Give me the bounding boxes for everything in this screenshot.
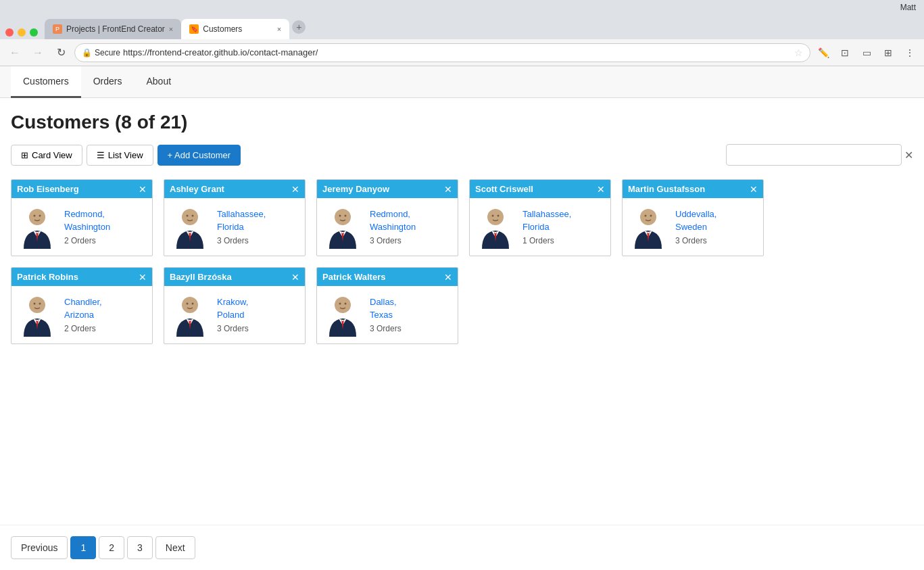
tab-close-projects[interactable]: × <box>169 25 173 33</box>
person-icon <box>17 293 57 337</box>
svg-point-21 <box>335 297 351 313</box>
card-info: Tallahassee,Florida 3 Orders <box>217 208 299 245</box>
menu-button[interactable]: ⋮ <box>901 44 919 62</box>
customer-location: Tallahassee,Florida <box>217 208 299 233</box>
reader-mode-button[interactable]: ⊡ <box>836 44 854 62</box>
customer-location: Chandler,Arizona <box>64 296 147 320</box>
tab-customers[interactable]: 🔖 Customers × <box>181 19 289 39</box>
svg-point-20 <box>192 303 194 305</box>
pagination: Previous 1 2 3 Next <box>0 525 924 570</box>
person-icon <box>322 293 363 337</box>
tab-projects[interactable]: P Projects | FrontEnd Creator × <box>45 19 181 39</box>
svg-point-16 <box>34 303 36 305</box>
svg-point-2 <box>39 215 41 217</box>
search-area: ✕ <box>726 144 913 166</box>
url-text: https://frontend-creator.github.io/conta… <box>123 47 792 57</box>
forward-button[interactable]: → <box>28 43 47 62</box>
search-input[interactable] <box>726 144 902 166</box>
tab-label-customers: Customers <box>203 24 242 34</box>
card-header: Ashley Grant ✕ <box>164 180 305 198</box>
page-1-button[interactable]: 1 <box>70 536 96 559</box>
card-close-button[interactable]: ✕ <box>750 185 758 194</box>
svg-point-9 <box>487 209 504 225</box>
customer-orders: 3 Orders <box>217 236 299 245</box>
add-customer-label: + Add Customer <box>168 150 231 160</box>
tab-favicon-projects: P <box>53 24 62 34</box>
card-info: Redmond,Washington 3 Orders <box>370 208 452 245</box>
next-button[interactable]: Next <box>155 536 195 559</box>
customer-name: Scott Criswell <box>475 184 533 194</box>
customer-name: Patrick Robins <box>17 272 78 282</box>
nav-tab-about[interactable]: About <box>134 66 183 98</box>
person-icon <box>170 293 210 337</box>
nav-tab-customers[interactable]: Customers <box>11 66 81 98</box>
customer-orders: 3 Orders <box>370 236 452 245</box>
main-content: Customers (8 of 21) ⊞ Card View ☰ List V… <box>0 98 924 525</box>
svg-point-11 <box>497 215 500 217</box>
svg-point-1 <box>34 215 36 217</box>
avatar <box>17 293 57 337</box>
cards-grid: Rob Eisenberg ✕ <box>11 179 913 344</box>
add-customer-button[interactable]: + Add Customer <box>157 145 241 166</box>
customer-card: Jeremy Danyow ✕ <box>316 179 458 256</box>
tab-close-customers[interactable]: × <box>277 25 281 33</box>
list-view-label: List View <box>108 150 143 160</box>
tab-bar: P Projects | FrontEnd Creator × 🔖 Custom… <box>0 15 924 39</box>
minimize-window-btn[interactable] <box>18 28 26 37</box>
card-close-button[interactable]: ✕ <box>291 185 299 194</box>
card-info: Chandler,Arizona 2 Orders <box>64 296 147 333</box>
new-tab-button[interactable]: + <box>292 20 306 34</box>
avatar <box>17 205 57 249</box>
list-view-icon: ☰ <box>97 150 105 160</box>
card-close-button[interactable]: ✕ <box>597 185 605 194</box>
maximize-window-btn[interactable] <box>30 28 38 37</box>
customer-orders: 2 Orders <box>64 324 147 333</box>
card-view-button[interactable]: ⊞ Card View <box>11 145 82 166</box>
cast-button[interactable]: ▭ <box>858 44 875 62</box>
card-view-icon: ⊞ <box>21 150 28 160</box>
card-info: Uddevalla,Sweden 3 Orders <box>675 208 758 245</box>
url-bar[interactable]: 🔒 Secure https://frontend-creator.github… <box>74 43 810 62</box>
card-close-button[interactable]: ✕ <box>139 185 147 194</box>
nav-tab-orders[interactable]: Orders <box>81 66 135 98</box>
list-view-button[interactable]: ☰ List View <box>87 145 153 166</box>
card-close-button[interactable]: ✕ <box>444 185 452 194</box>
card-header: Jeremy Danyow ✕ <box>317 180 458 198</box>
avatar <box>170 205 210 249</box>
svg-point-7 <box>339 215 341 217</box>
tab-label-projects: Projects | FrontEnd Creator <box>66 24 165 34</box>
card-info: Tallahassee,Florida 1 Orders <box>522 208 605 245</box>
title-bar: Matt <box>0 0 924 15</box>
bookmark-icon[interactable]: ☆ <box>794 47 803 58</box>
close-window-btn[interactable] <box>5 28 14 37</box>
extensions-button[interactable]: ✏️ <box>814 44 832 62</box>
svg-point-6 <box>335 209 351 225</box>
customer-name: Martin Gustafsson <box>628 184 705 194</box>
customer-card: Bazyll Brzóska ✕ <box>164 267 306 344</box>
card-header: Patrick Walters ✕ <box>317 268 458 286</box>
reload-button[interactable]: ↻ <box>51 43 70 62</box>
page-2-button[interactable]: 2 <box>99 536 124 559</box>
svg-point-19 <box>187 303 189 305</box>
page-3-button[interactable]: 3 <box>127 536 153 559</box>
svg-point-14 <box>650 215 652 217</box>
person-icon <box>17 205 57 249</box>
card-close-button[interactable]: ✕ <box>139 272 147 282</box>
card-close-button[interactable]: ✕ <box>291 272 299 282</box>
search-clear-button[interactable]: ✕ <box>904 149 913 162</box>
card-body: Krakow,Poland 3 Orders <box>164 286 305 343</box>
card-header: Scott Criswell ✕ <box>470 180 610 198</box>
browser-user: Matt <box>900 3 916 12</box>
card-info: Dallas,Texas 3 Orders <box>370 296 452 333</box>
apps-button[interactable]: ⊞ <box>879 44 897 62</box>
person-icon <box>322 205 363 249</box>
card-body: Tallahassee,Florida 1 Orders <box>470 198 610 256</box>
nav-tabs: Customers Orders About <box>0 66 924 98</box>
card-close-button[interactable]: ✕ <box>444 272 452 282</box>
previous-button[interactable]: Previous <box>11 536 68 559</box>
toolbar: ⊞ Card View ☰ List View + Add Customer ✕ <box>11 144 913 166</box>
svg-point-18 <box>182 297 198 313</box>
customer-location: Uddevalla,Sweden <box>675 208 758 233</box>
back-button[interactable]: ← <box>5 43 24 62</box>
customer-card: Scott Criswell ✕ <box>469 179 611 256</box>
